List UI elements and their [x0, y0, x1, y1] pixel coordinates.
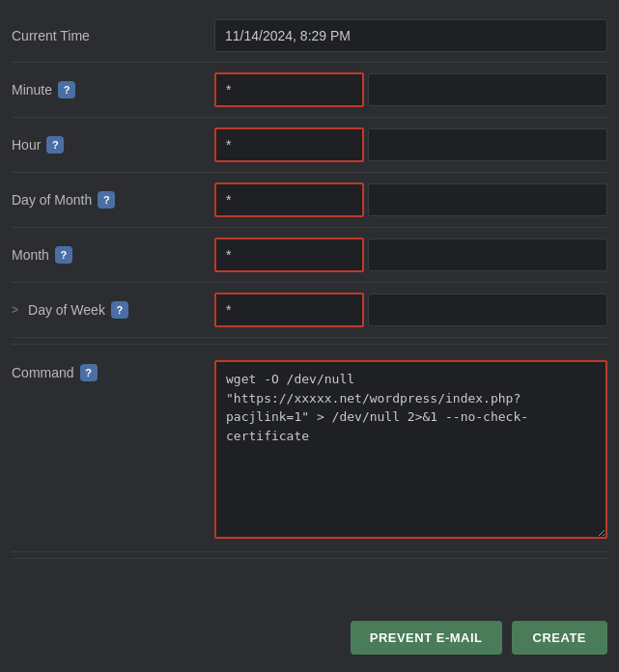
current-time-row: Current Time: [12, 10, 607, 63]
minute-input[interactable]: [214, 72, 364, 107]
minute-row: Minute ?: [12, 63, 607, 118]
command-input-cell: wget -O /dev/null "https://xxxxx.net/wor…: [214, 360, 607, 542]
minute-label-cell: Minute ?: [12, 81, 214, 98]
current-time-input[interactable]: [214, 19, 607, 52]
month-extra-input[interactable]: [368, 238, 607, 271]
prevent-email-button[interactable]: PREVENT E-MAIL: [351, 621, 502, 655]
current-time-label: Current Time: [12, 28, 90, 43]
hour-help-icon[interactable]: ?: [46, 136, 64, 154]
day-of-week-label: Day of Week: [28, 302, 105, 318]
command-label-cell: Command ?: [12, 360, 214, 381]
command-textarea[interactable]: wget -O /dev/null "https://xxxxx.net/wor…: [214, 360, 607, 539]
month-label: Month: [12, 247, 49, 263]
day-of-month-help-icon[interactable]: ?: [98, 191, 115, 209]
month-label-cell: Month ?: [12, 246, 214, 264]
day-of-month-label: Day of Month: [12, 192, 92, 208]
divider-2: [12, 558, 607, 559]
current-time-label-cell: Current Time: [12, 28, 214, 43]
minute-input-group: [214, 72, 607, 107]
current-time-input-cell: [214, 19, 607, 52]
minute-extra-input[interactable]: [368, 73, 607, 106]
create-button[interactable]: CREATE: [512, 621, 607, 655]
hour-row: Hour ?: [12, 118, 607, 173]
day-of-month-label-cell: Day of Month ?: [12, 191, 214, 209]
day-of-week-label-cell: > Day of Week ?: [12, 301, 214, 319]
command-row: Command ? wget -O /dev/null "https://xxx…: [12, 350, 607, 552]
cron-form: Current Time Minute ? Hour ?: [0, 0, 619, 672]
command-help-icon[interactable]: ?: [80, 364, 98, 381]
hour-extra-input[interactable]: [368, 128, 607, 161]
day-of-month-input[interactable]: [214, 182, 364, 217]
day-of-week-input[interactable]: [214, 293, 364, 327]
day-of-month-input-group: [214, 182, 607, 217]
minute-help-icon[interactable]: ?: [58, 81, 75, 98]
command-label: Command: [12, 365, 74, 380]
day-of-month-row: Day of Month ?: [12, 173, 607, 228]
day-of-week-help-icon[interactable]: ?: [111, 301, 128, 319]
hour-input[interactable]: [214, 127, 364, 162]
divider-1: [12, 344, 607, 345]
day-of-month-extra-input[interactable]: [368, 183, 607, 216]
day-of-week-extra-input[interactable]: [368, 294, 607, 326]
hour-input-group: [214, 127, 607, 162]
footer: PREVENT E-MAIL CREATE: [12, 605, 607, 662]
day-of-week-row: > Day of Week ?: [12, 283, 607, 338]
month-row: Month ?: [12, 228, 607, 283]
month-input[interactable]: [214, 238, 364, 272]
day-of-week-chevron: >: [12, 303, 18, 317]
month-help-icon[interactable]: ?: [55, 246, 72, 264]
minute-label: Minute: [12, 82, 52, 98]
hour-label: Hour: [12, 137, 41, 153]
hour-label-cell: Hour ?: [12, 136, 214, 154]
day-of-week-input-group: [214, 293, 607, 327]
month-input-group: [214, 238, 607, 272]
